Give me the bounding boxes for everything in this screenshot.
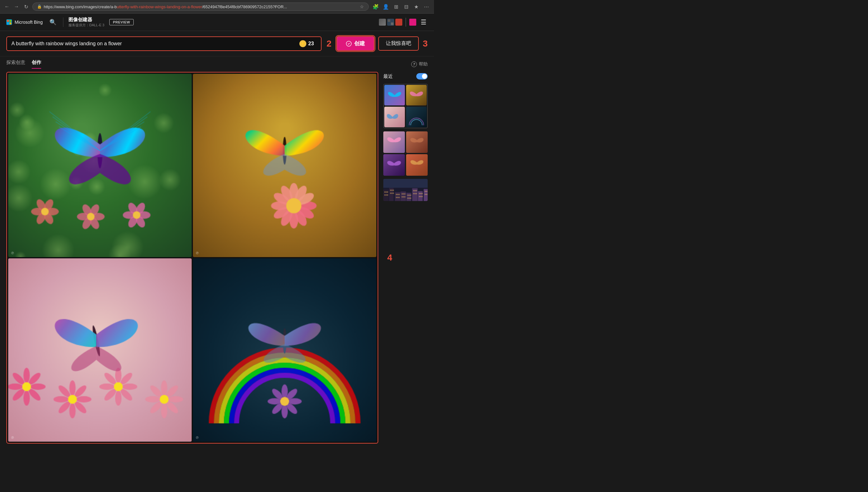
search-area: ⚡ 23 2 创建 让我惊喜吧 3 [0, 31, 434, 56]
svg-rect-0 [7, 20, 9, 22]
tab-explore[interactable]: 探索创意 [6, 59, 25, 69]
icon-mosaic-2 [387, 19, 394, 26]
url-bar[interactable]: 🔒 https://www.bing.com/images/create/a-b… [32, 2, 369, 11]
icon-mosaic-1 [379, 19, 386, 26]
brand-name: Microsoft Bing [15, 20, 43, 25]
app-subtitle: 服务提供方：DALL-E 3 [68, 23, 104, 28]
sidebar-grid-2 [383, 131, 428, 176]
app-title-block: 图像创建器 服务提供方：DALL-E 3 [68, 17, 104, 28]
sidebar-thumb-4[interactable] [406, 107, 427, 127]
app-header: Microsoft Bing 🔍 图像创建器 服务提供方：DALL-E 3 PR… [0, 14, 434, 31]
profile-button[interactable]: 👤 [382, 3, 390, 10]
more-tools-button[interactable]: ⋯ [423, 3, 430, 10]
browser-chrome: ← → ↻ 🔒 https://www.bing.com/images/crea… [0, 0, 434, 14]
sidebar-thumb-5[interactable] [383, 131, 405, 153]
sidebar-thumb-city[interactable] [383, 179, 428, 201]
surprise-label: 让我惊喜吧 [386, 41, 411, 46]
header-divider-2 [406, 18, 406, 27]
sidebar-title: 最近 [383, 73, 393, 79]
icon-mosaic-4 [409, 19, 416, 26]
watermark-1: ℗ [11, 251, 14, 255]
star-icon[interactable]: ☆ [360, 4, 364, 9]
grid-image-4[interactable]: ℗ [193, 259, 376, 442]
refresh-button[interactable]: ↻ [23, 3, 29, 10]
collections-button[interactable]: ⊟ [402, 3, 410, 10]
windows-icon [6, 19, 12, 25]
svg-rect-3 [9, 23, 11, 24]
step3-annotation: 3 [423, 39, 428, 49]
app-title: 图像创建器 [68, 17, 104, 23]
toggle-knob [422, 74, 427, 79]
icon-mosaic-3 [395, 19, 402, 26]
browser-toolbar: 🧩 👤 ⊞ ⊟ ★ ⋯ [372, 3, 430, 10]
main-content: ℗ ℗ ℗ ℗ 4 [0, 69, 434, 447]
grid-image-1[interactable]: ℗ [8, 74, 192, 257]
help-icon: ? [411, 62, 417, 67]
svg-rect-1 [9, 20, 11, 22]
sidebar-grid-1 [384, 85, 427, 127]
sidebar-thumb-2[interactable] [406, 85, 427, 105]
create-button[interactable]: 创建 [336, 36, 375, 51]
sidebar-button[interactable]: ⊞ [392, 3, 400, 10]
lightning-icon: ⚡ [299, 40, 306, 47]
tabs-left: 探索创意 创作 [6, 59, 41, 69]
create-icon [346, 41, 352, 47]
tab-create[interactable]: 创作 [32, 59, 41, 69]
header-right: ☰ [379, 17, 428, 27]
sidebar-group-1 [383, 84, 428, 128]
lock-icon: 🔒 [37, 4, 42, 9]
surprise-button[interactable]: 让我惊喜吧 [378, 36, 419, 51]
forward-button[interactable]: → [13, 3, 20, 10]
bing-logo[interactable]: Microsoft Bing [6, 19, 43, 25]
sidebar-thumb-7[interactable] [383, 154, 405, 176]
credit-count: 23 [308, 41, 314, 47]
search-button[interactable]: 🔍 [48, 17, 58, 27]
sidebar-thumb-3[interactable] [384, 107, 405, 127]
create-label: 创建 [354, 40, 365, 47]
favorites-button[interactable]: ★ [412, 3, 420, 10]
sidebar-thumb-8[interactable] [406, 154, 428, 176]
step4-annotation: 4 [387, 253, 392, 263]
watermark-2: ℗ [195, 251, 199, 255]
hamburger-button[interactable]: ☰ [419, 17, 428, 27]
preview-badge: PREVIEW [109, 19, 134, 25]
sidebar-thumb-6[interactable] [406, 131, 428, 153]
image-grid: ℗ ℗ ℗ ℗ 4 [8, 74, 376, 442]
back-button[interactable]: ← [4, 3, 10, 10]
svg-rect-2 [7, 23, 9, 24]
credit-badge: ⚡ 23 [299, 40, 314, 47]
sidebar-thumb-1[interactable] [384, 85, 405, 105]
extensions-button[interactable]: 🧩 [372, 3, 380, 10]
image-grid-wrapper: ℗ ℗ ℗ ℗ 4 [6, 72, 378, 444]
grid-image-3[interactable]: ℗ [8, 259, 192, 442]
step2-annotation: 2 [327, 39, 332, 49]
help-button[interactable]: ? 帮助 [411, 62, 428, 67]
watermark-3: ℗ [11, 436, 14, 440]
toggle-switch[interactable] [416, 73, 428, 79]
sidebar-header: 最近 [383, 72, 428, 81]
nav-tabs: 探索创意 创作 ? 帮助 [0, 56, 434, 69]
watermark-4: ℗ [195, 436, 199, 440]
grid-image-2[interactable]: ℗ [193, 74, 376, 257]
search-input-container: ⚡ 23 [6, 36, 321, 51]
search-input[interactable] [11, 41, 299, 47]
url-text: https://www.bing.com/images/create/a-but… [44, 4, 358, 9]
